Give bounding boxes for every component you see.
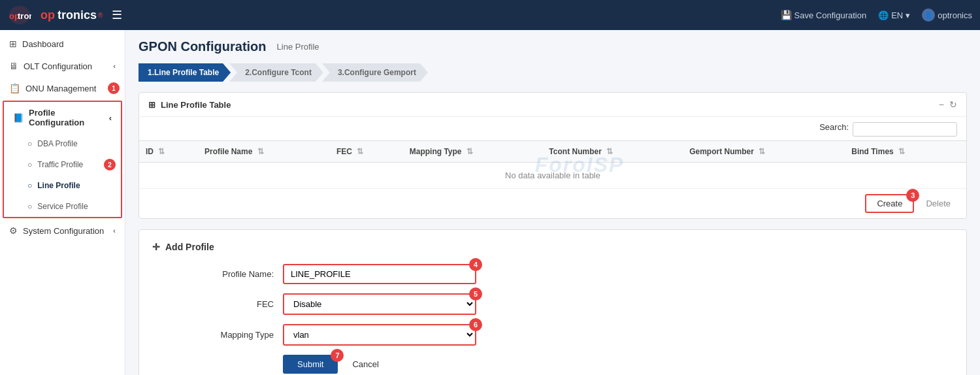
col-fec[interactable]: FEC ⇅ xyxy=(330,141,403,163)
sort-profile-icon: ⇅ xyxy=(257,147,264,156)
service-circle-icon: ○ xyxy=(27,202,32,211)
mapping-type-label: Mapping Type xyxy=(152,330,283,340)
create-btn-wrap: 3 Create xyxy=(865,194,914,213)
step-1-label: 1.Line Profile Table xyxy=(148,68,219,77)
refresh-icon[interactable]: ↻ xyxy=(949,99,957,110)
main-content: GPON Configuration Line Profile 1.Line P… xyxy=(125,30,980,375)
fec-field-wrap: 5 Disable Enable xyxy=(283,293,476,315)
sidebar-label-profile-config: Profile Configuration xyxy=(29,108,104,127)
sidebar-item-onu-mgmt[interactable]: 📋 ONU Management 1 xyxy=(0,77,125,99)
sidebar-label-service: Service Profile xyxy=(37,202,88,211)
olt-arrow-icon: ‹ xyxy=(113,62,116,70)
col-bind-times[interactable]: Bind Times ⇅ xyxy=(845,141,966,163)
sidebar-item-olt-config[interactable]: 🖥 OLT Configuration ‹ xyxy=(0,55,125,77)
sidebar-item-line-profile[interactable]: ○ Line Profile xyxy=(4,175,121,196)
add-profile-label: Add Profile xyxy=(165,242,214,252)
table-header-row: ID ⇅ Profile Name ⇅ FEC ⇅ xyxy=(139,141,966,163)
user-avatar-icon: 👤 xyxy=(922,8,935,22)
topnav-right: 💾 Save Configuration 🌐 EN ▾ 👤 optronics xyxy=(781,8,972,22)
sort-mapping-icon: ⇅ xyxy=(466,147,473,156)
submit-button[interactable]: Submit xyxy=(283,355,338,374)
sidebar-label-onu: ONU Management xyxy=(25,84,96,93)
save-config-label: Save Configuration xyxy=(794,10,867,20)
action-bar: 3 Create Delete xyxy=(139,189,966,218)
system-config-icon: ⚙ xyxy=(9,225,18,236)
col-id[interactable]: ID ⇅ xyxy=(139,141,198,163)
col-profile-name[interactable]: Profile Name ⇅ xyxy=(198,141,330,163)
table-header: ⊞ Line Profile Table − ↻ xyxy=(139,93,966,117)
line-profile-table-section: ⊞ Line Profile Table − ↻ Search: ForoISP xyxy=(139,92,967,219)
sidebar-label-traffic: Traffic Profile xyxy=(37,160,83,169)
onu-badge: 1 xyxy=(108,82,120,94)
col-mapping-type[interactable]: Mapping Type ⇅ xyxy=(403,141,543,163)
mapping-type-select[interactable]: vlan gem priority-queue xyxy=(283,324,476,346)
cancel-button[interactable]: Cancel xyxy=(344,355,386,374)
sidebar-label-dashboard: Dashboard xyxy=(22,39,64,49)
sidebar-item-traffic-profile[interactable]: ○ Traffic Profile 2 xyxy=(4,154,121,175)
fec-row: FEC 5 Disable Enable xyxy=(152,293,953,315)
fec-select[interactable]: Disable Enable xyxy=(283,293,476,315)
logo-reg: ® xyxy=(98,12,103,19)
page-header: GPON Configuration Line Profile xyxy=(139,39,967,54)
step-2[interactable]: 2.Configure Tcont xyxy=(229,63,323,82)
search-input[interactable] xyxy=(853,122,957,137)
save-icon: 💾 xyxy=(781,10,792,20)
profile-name-label: Profile Name: xyxy=(152,269,283,279)
profile-config-group: 📘 Profile Configuration ‹ ○ DBA Profile … xyxy=(3,101,122,218)
sidebar: ⊞ Dashboard 🖥 OLT Configuration ‹ 📋 ONU … xyxy=(0,30,125,375)
line-circle-icon: ○ xyxy=(27,181,32,190)
delete-button[interactable]: Delete xyxy=(919,195,957,212)
logo-suffix: tronics xyxy=(57,8,97,22)
sidebar-item-system-config[interactable]: ⚙ System Configuration ‹ xyxy=(0,220,125,242)
minimize-icon[interactable]: − xyxy=(939,99,944,110)
profile-name-input[interactable] xyxy=(283,264,476,284)
fec-label: FEC xyxy=(152,299,283,309)
language-selector[interactable]: 🌐 EN ▾ xyxy=(878,10,910,20)
logo-icon: op tronics xyxy=(8,5,31,25)
step-2-label: 2.Configure Tcont xyxy=(245,68,312,77)
col-tcont[interactable]: Tcont Number ⇅ xyxy=(542,141,683,163)
step-3-label: 3.Configure Gemport xyxy=(338,68,416,77)
add-profile-icon: ✛ xyxy=(152,242,160,252)
dashboard-icon: ⊞ xyxy=(9,39,17,49)
profile-name-row: Profile Name: 4 xyxy=(152,264,953,284)
search-label: Search: xyxy=(819,122,849,137)
col-gemport[interactable]: Gemport Number ⇅ xyxy=(683,141,845,163)
sort-gemport-icon: ⇅ xyxy=(759,147,765,156)
logo-prefix: op xyxy=(41,8,55,22)
mapping-type-row: Mapping Type 6 vlan gem priority-queue xyxy=(152,324,953,346)
sidebar-item-service-profile[interactable]: ○ Service Profile xyxy=(4,196,121,217)
sidebar-item-dba-profile[interactable]: ○ DBA Profile xyxy=(4,133,121,154)
sidebar-item-dashboard[interactable]: ⊞ Dashboard xyxy=(0,33,125,55)
sidebar-label-dba: DBA Profile xyxy=(37,139,77,148)
olt-icon: 🖥 xyxy=(9,61,18,71)
table-title-wrap: ⊞ Line Profile Table xyxy=(148,100,231,110)
username-label: optronics xyxy=(938,10,972,20)
body-wrap: ⊞ Dashboard 🖥 OLT Configuration ‹ 📋 ONU … xyxy=(0,30,980,375)
save-configuration-btn[interactable]: 💾 Save Configuration xyxy=(781,10,867,20)
profile-config-arrow-icon: ‹ xyxy=(109,113,112,123)
table-empty-message: No data available in table xyxy=(139,163,966,189)
sidebar-label-system: System Configuration xyxy=(23,226,104,236)
add-profile-title: ✛ Add Profile xyxy=(152,242,953,252)
table-body-wrap: ForoISP ID ⇅ Profile Name ⇅ xyxy=(139,140,966,189)
sort-id-icon: ⇅ xyxy=(158,147,165,156)
line-profile-table: ID ⇅ Profile Name ⇅ FEC ⇅ xyxy=(139,140,966,189)
table-title: Line Profile Table xyxy=(161,100,231,110)
sidebar-item-profile-config[interactable]: 📘 Profile Configuration ‹ xyxy=(4,102,121,133)
profile-config-icon: 📘 xyxy=(13,113,24,123)
submit-btn-wrap: 7 Submit xyxy=(283,355,338,374)
step-3[interactable]: 3.Configure Gemport xyxy=(322,63,428,82)
svg-text:tronics: tronics xyxy=(18,11,31,21)
create-button[interactable]: Create xyxy=(865,194,914,213)
add-profile-section: ✛ Add Profile Profile Name: 4 FEC 5 Disa… xyxy=(139,229,967,375)
page-title: GPON Configuration xyxy=(139,39,267,54)
steps-nav: 1.Line Profile Table 2.Configure Tcont 3… xyxy=(139,63,967,82)
onu-icon: 📋 xyxy=(9,83,20,93)
dba-circle-icon: ○ xyxy=(27,139,32,148)
page-subtitle: Line Profile xyxy=(277,42,319,52)
user-menu[interactable]: 👤 optronics xyxy=(922,8,972,22)
step-1[interactable]: 1.Line Profile Table xyxy=(139,63,231,82)
profile-name-field-wrap: 4 xyxy=(283,264,476,284)
hamburger-menu[interactable]: ☰ xyxy=(112,8,122,22)
